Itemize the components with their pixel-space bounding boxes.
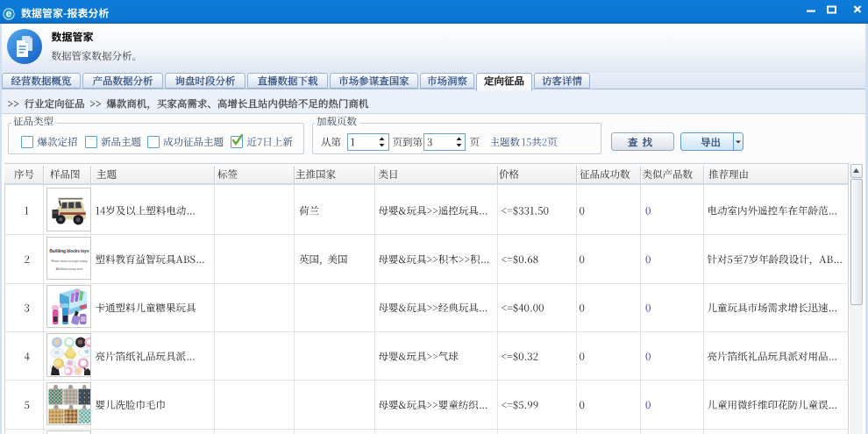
svg-text:Alal blocks factory store: Alal blocks factory store <box>55 267 82 271</box>
svg-text:Please contact us to get catal: Please contact us to get catalog <box>51 260 87 263</box>
svg-text:Building blocks toys: Building blocks toys <box>49 249 89 253</box>
